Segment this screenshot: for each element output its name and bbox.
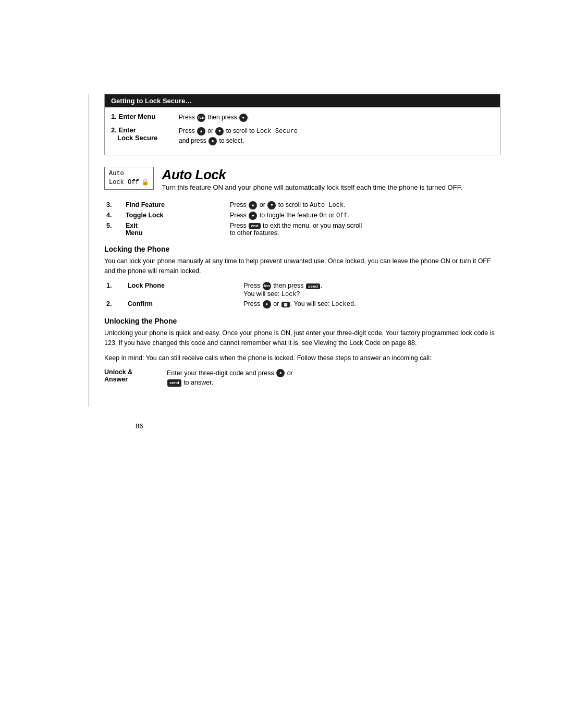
auto-lock-display: Auto Lock Off 🔒 (104, 167, 154, 190)
step-enter-lock-secure: 2. Enter Lock Secure Press ▲ or ▼ to scr… (111, 126, 494, 145)
ok-icon-confirm: ● (263, 300, 271, 309)
step4-content: Press ● to toggle the feature On or Off. (228, 211, 500, 221)
lock-step1-label: Lock Phone (126, 281, 241, 299)
auto-lock-desc: Turn this feature ON and your phone will… (162, 183, 462, 193)
ok-icon-unlock: ● (276, 369, 285, 377)
auto-lock-title: Auto Lock (162, 167, 462, 183)
locking-heading: Locking the Phone (104, 245, 500, 253)
end-icon-5: end (249, 223, 260, 229)
step5-label: Exit Menu (124, 221, 228, 238)
left-column (47, 94, 89, 406)
ok-button-icon2: ● (209, 137, 217, 145)
locking-step1: 1. Lock Phone Press fcn then press send.… (104, 281, 500, 299)
page-number: 86 (136, 422, 469, 430)
ok-button-icon1: ● (239, 114, 248, 122)
step5-content: Press end to exit the menu, or you may s… (228, 221, 500, 238)
send-icon-unlock: send (167, 379, 181, 387)
step2-content: Press ▲ or ▼ to scroll to Lock Secure an… (179, 126, 494, 145)
lock-icon: 🔒 (141, 178, 149, 187)
keep-in-mind: Keep in mind: You can still receive call… (104, 353, 500, 363)
unlock-answer-row: Unlock & Answer Enter your three-digit c… (104, 368, 500, 388)
auto-lock-steps-table: 3. Find Feature Press ▲ or ▼ to scroll t… (104, 200, 500, 238)
step-enter-menu: 1. Enter Menu Press fcn then press ●. (111, 113, 494, 122)
fcn-icon-lock: fcn (263, 282, 271, 290)
lock-step1-content: Press fcn then press send. You will see:… (241, 281, 500, 299)
unlocking-heading: Unlocking the Phone (104, 317, 500, 325)
fcn-button-icon: fcn (197, 114, 205, 122)
step2-label: 2. Enter Lock Secure (111, 126, 179, 145)
step3-label: Find Feature (124, 200, 228, 211)
step1-label: 1. Enter Menu (111, 113, 179, 122)
send-icon-lock: send (306, 283, 320, 289)
step-exit-menu: 5. Exit Menu Press end to exit the menu,… (104, 221, 500, 238)
step4-label: Toggle Lock (124, 211, 228, 221)
step3-content: Press ▲ or ▼ to scroll to Auto Lock. (228, 200, 500, 211)
page: Getting to Lock Secure… 1. Enter Menu Pr… (0, 0, 563, 728)
lock-step2-label: Confirm (126, 299, 241, 310)
locking-body: You can lock your phone manually at any … (104, 256, 500, 276)
right-column: Getting to Lock Secure… 1. Enter Menu Pr… (89, 94, 516, 406)
step5-num: 5. (104, 221, 124, 238)
getting-to-lock-box: Getting to Lock Secure… 1. Enter Menu Pr… (104, 94, 500, 155)
locking-step2: 2. Confirm Press ● or ▦. You will see: L… (104, 299, 500, 310)
auto-lock-right: Auto Lock Turn this feature ON and your … (162, 167, 462, 193)
down-icon-3: ▼ (267, 201, 276, 209)
lock-step2-content: Press ● or ▦. You will see: Locked. (241, 299, 500, 310)
ok-icon-4: ● (249, 212, 257, 220)
main-layout: Getting to Lock Secure… 1. Enter Menu Pr… (47, 94, 516, 406)
getting-box-title: Getting to Lock Secure… (111, 97, 192, 105)
menu-icon-confirm: ▦ (282, 302, 290, 307)
unlock-content: Enter your three-digit code and press ● … (167, 368, 293, 388)
step1-content: Press fcn then press ●. (179, 113, 494, 122)
step-find-feature: 3. Find Feature Press ▲ or ▼ to scroll t… (104, 200, 500, 211)
getting-box-header: Getting to Lock Secure… (105, 94, 500, 107)
locking-steps-table: 1. Lock Phone Press fcn then press send.… (104, 281, 500, 310)
step3-num: 3. (104, 200, 124, 211)
unlock-label: Unlock & Answer (104, 368, 167, 388)
lock-step1-num: 1. (104, 281, 126, 299)
auto-lock-display-row: Lock Off 🔒 (109, 178, 149, 187)
unlocking-body: Unlocking your phone is quick and easy. … (104, 328, 500, 348)
lock-step2-num: 2. (104, 299, 126, 310)
up-icon-3: ▲ (249, 201, 257, 209)
up-button-icon: ▲ (197, 127, 205, 135)
auto-lock-section: Auto Lock Off 🔒 Auto Lock Turn this feat… (104, 167, 500, 193)
getting-box-body: 1. Enter Menu Press fcn then press ●. (105, 107, 500, 155)
down-button-icon: ▼ (215, 127, 224, 135)
step-toggle-lock: 4. Toggle Lock Press ● to toggle the fea… (104, 211, 500, 221)
step4-num: 4. (104, 211, 124, 221)
